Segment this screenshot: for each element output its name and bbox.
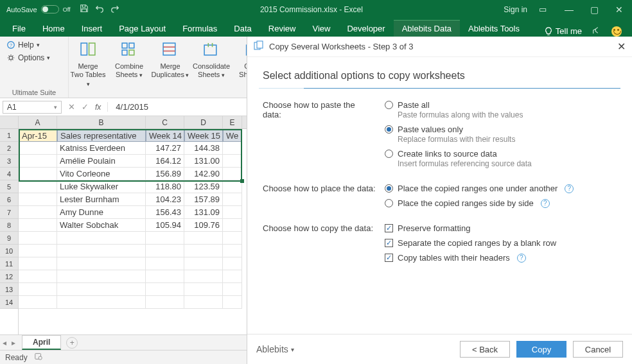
name-box[interactable]: A1 ▾ xyxy=(3,101,62,114)
cell[interactable] xyxy=(146,232,184,245)
save-icon[interactable] xyxy=(80,4,89,15)
cell[interactable]: 104.23 xyxy=(146,193,184,206)
cell[interactable] xyxy=(223,283,242,296)
cell[interactable] xyxy=(19,206,57,219)
radio-option[interactable]: Place the copied ranges side by side ? xyxy=(385,198,617,208)
cell[interactable] xyxy=(19,232,57,245)
cell[interactable] xyxy=(146,296,184,309)
cell[interactable] xyxy=(184,232,223,245)
select-all-corner[interactable] xyxy=(0,116,18,129)
ribbon-display-icon[interactable]: ▭ xyxy=(539,4,547,14)
cell[interactable]: 123.59 xyxy=(184,180,223,193)
cell[interactable] xyxy=(19,296,57,309)
cell[interactable] xyxy=(223,257,242,270)
maximize-icon[interactable]: ▢ xyxy=(590,4,599,15)
tab-file[interactable]: File xyxy=(4,21,34,37)
radio-option[interactable]: Place the copied ranges one under anothe… xyxy=(385,184,617,193)
row-header-2[interactable]: 2 xyxy=(0,142,18,155)
header-cell[interactable]: We xyxy=(223,129,242,142)
cell[interactable]: 142.90 xyxy=(184,168,223,180)
radio-option[interactable]: Paste values only xyxy=(385,125,617,134)
tab-insert[interactable]: Insert xyxy=(73,21,111,37)
cell[interactable] xyxy=(223,142,242,155)
cell[interactable] xyxy=(184,283,223,296)
header-cell[interactable]: Week 15 xyxy=(184,129,223,142)
tell-me[interactable]: Tell me xyxy=(544,26,582,36)
ribbon-button-combine-sheets[interactable]: CombineSheets ▾ xyxy=(110,39,148,89)
cell[interactable] xyxy=(19,283,57,296)
tab-developer[interactable]: Developer xyxy=(338,21,393,37)
cell[interactable]: 156.89 xyxy=(146,168,184,180)
row-header-6[interactable]: 6 xyxy=(0,193,18,206)
sheet-nav-prev[interactable]: ◂ xyxy=(0,338,9,347)
help-icon[interactable]: ? xyxy=(541,199,550,208)
cell[interactable]: Vito Corleone xyxy=(57,168,146,180)
cell[interactable] xyxy=(184,296,223,309)
redo-icon[interactable] xyxy=(110,4,119,15)
cell[interactable]: Luke Skywalker xyxy=(57,180,146,193)
cell[interactable] xyxy=(146,270,184,283)
tab-data[interactable]: Data xyxy=(225,21,259,37)
cell[interactable] xyxy=(19,155,57,168)
cell[interactable] xyxy=(57,296,146,309)
chevron-down-icon[interactable]: ▾ xyxy=(54,104,57,110)
cell[interactable] xyxy=(19,257,57,270)
cell[interactable]: 157.89 xyxy=(184,193,223,206)
cell[interactable] xyxy=(19,245,57,257)
cell[interactable] xyxy=(146,245,184,257)
cell[interactable]: 144.38 xyxy=(184,142,223,155)
help-icon[interactable]: ? xyxy=(517,254,526,263)
cell[interactable] xyxy=(223,245,242,257)
radio-option[interactable]: Paste all xyxy=(385,100,617,110)
header-cell[interactable]: Sales representative xyxy=(57,129,146,142)
header-cell[interactable]: Week 14 xyxy=(146,129,184,142)
row-header-4[interactable]: 4 xyxy=(0,168,18,180)
help-icon[interactable]: ? xyxy=(565,184,574,193)
sheet-nav-next[interactable]: ▸ xyxy=(9,338,18,347)
cell[interactable] xyxy=(223,168,242,180)
cell[interactable] xyxy=(57,283,146,296)
enter-formula-icon[interactable]: ✓ xyxy=(82,102,89,112)
sheet-tab-april[interactable]: April xyxy=(22,335,61,350)
help-button[interactable]: ? Help ▾ xyxy=(6,40,63,49)
cell[interactable] xyxy=(19,180,57,193)
cell[interactable] xyxy=(19,270,57,283)
cell[interactable] xyxy=(223,296,242,309)
options-button[interactable]: Options ▾ xyxy=(6,53,63,62)
tab-review[interactable]: Review xyxy=(260,21,304,37)
cell[interactable] xyxy=(57,270,146,283)
cell[interactable]: 156.43 xyxy=(146,206,184,219)
sign-in-link[interactable]: Sign in xyxy=(504,5,527,14)
pane-close-button[interactable]: ✕ xyxy=(617,40,626,53)
cell[interactable]: Katniss Everdeen xyxy=(57,142,146,155)
cell[interactable]: 131.00 xyxy=(184,155,223,168)
tab-ablebits-tools[interactable]: Ablebits Tools xyxy=(460,21,528,37)
cell[interactable] xyxy=(57,257,146,270)
cell[interactable]: Amélie Poulain xyxy=(57,155,146,168)
copy-button[interactable]: Copy xyxy=(516,341,566,358)
cell[interactable]: 147.27 xyxy=(146,142,184,155)
row-header-5[interactable]: 5 xyxy=(0,180,18,193)
row-header-7[interactable]: 7 xyxy=(0,206,18,219)
row-header-12[interactable]: 12 xyxy=(0,270,18,283)
cell[interactable] xyxy=(223,270,242,283)
cell[interactable] xyxy=(184,245,223,257)
column-header-E[interactable]: E xyxy=(223,116,242,128)
row-header-11[interactable]: 11 xyxy=(0,257,18,270)
radio-option[interactable]: Create links to source data xyxy=(385,149,617,159)
cell[interactable]: Lester Burnham xyxy=(57,193,146,206)
row-header-1[interactable]: 1 xyxy=(0,129,18,142)
checkbox-option[interactable]: ✓ Preserve formatting xyxy=(385,223,617,233)
cell[interactable] xyxy=(223,232,242,245)
column-header-A[interactable]: A xyxy=(19,116,57,128)
new-sheet-button[interactable]: + xyxy=(66,337,78,349)
cell[interactable] xyxy=(146,283,184,296)
cell[interactable] xyxy=(223,155,242,168)
brand-link[interactable]: Ablebits ▾ xyxy=(256,344,294,354)
column-header-D[interactable]: D xyxy=(184,116,223,128)
cell[interactable]: 118.80 xyxy=(146,180,184,193)
tab-ablebits-data[interactable]: Ablebits Data xyxy=(394,20,460,37)
column-header-C[interactable]: C xyxy=(146,116,184,128)
cell[interactable] xyxy=(223,193,242,206)
row-header-13[interactable]: 13 xyxy=(0,283,18,296)
